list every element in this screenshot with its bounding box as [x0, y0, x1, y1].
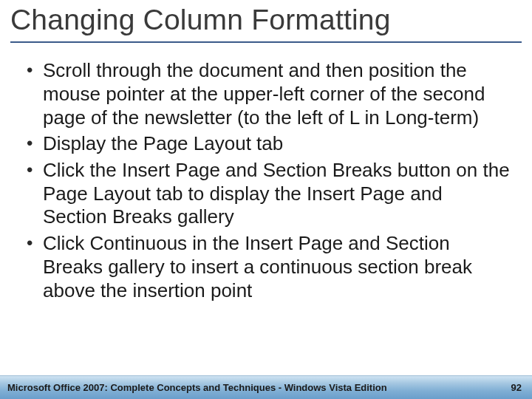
slide: Changing Column Formatting Scroll throug…	[0, 0, 532, 399]
bullet-list: Scroll through the document and then pos…	[24, 59, 511, 302]
list-item: Click the Insert Page and Section Breaks…	[24, 159, 511, 229]
title-area: Changing Column Formatting	[0, 0, 532, 43]
page-number: 92	[511, 382, 522, 393]
body-area: Scroll through the document and then pos…	[0, 43, 532, 302]
footer-text: Microsoft Office 2007: Complete Concepts…	[7, 382, 387, 393]
footer-bar: Microsoft Office 2007: Complete Concepts…	[0, 375, 532, 399]
list-item: Display the Page Layout tab	[24, 132, 511, 156]
list-item: Scroll through the document and then pos…	[24, 59, 511, 129]
slide-title: Changing Column Formatting	[10, 4, 522, 40]
list-item: Click Continuous in the Insert Page and …	[24, 232, 511, 302]
